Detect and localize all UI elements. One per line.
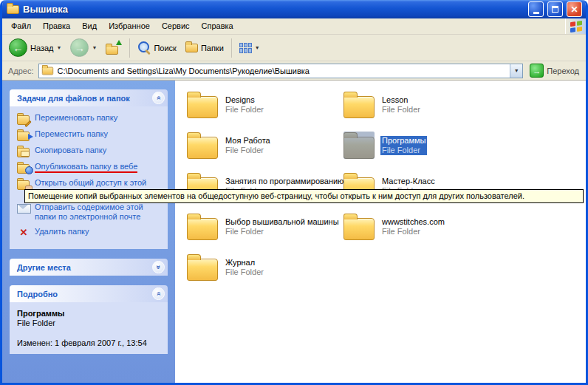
section-title: Другие места (17, 263, 71, 272)
maximize-button[interactable] (547, 1, 563, 17)
forward-dropdown-icon[interactable]: ▼ (92, 45, 97, 50)
maximize-icon (552, 6, 558, 13)
task-publish-folder-web[interactable]: Опубликовать папку в вебе (17, 162, 165, 173)
toolbar-separator (129, 38, 130, 58)
details-folder-type: File Folder (17, 318, 165, 328)
go-button[interactable]: → Переход (527, 63, 581, 78)
address-bar: Адрес: C:\Documents and Settings\Liza\My… (2, 61, 586, 81)
menu-favorites[interactable]: Избранное (103, 18, 156, 34)
address-label: Адрес: (8, 67, 34, 75)
windows-flag-icon (570, 20, 582, 32)
close-button[interactable]: ✕ (567, 1, 582, 17)
collapse-chevron-icon[interactable]: » (152, 287, 165, 300)
move-folder-icon (17, 129, 30, 140)
close-icon: ✕ (570, 5, 578, 14)
search-label: Поиск (154, 44, 176, 52)
go-label: Переход (547, 67, 579, 75)
views-dropdown-icon[interactable]: ▼ (255, 45, 260, 50)
file-item-moya-rabota[interactable]: Моя Работа File Folder (187, 134, 343, 175)
publish-folder-icon (17, 162, 30, 173)
task-rename-folder[interactable]: Переименовать папку (17, 113, 165, 124)
window-body: Задачи для файлов и папок » Переименоват… (2, 81, 586, 383)
details-header[interactable]: Подробно » (10, 285, 168, 302)
address-path[interactable]: C:\Documents and Settings\Liza\My Docume… (58, 67, 507, 75)
file-item-wwwstitches[interactable]: wwwstitches.com File Folder (343, 216, 500, 256)
task-share-folder[interactable]: Открыть общий доступ к этой (17, 178, 165, 189)
menu-bar: Файл Правка Вид Избранное Сервис Справка (2, 18, 586, 35)
menu-help[interactable]: Справка (196, 18, 239, 34)
title-bar[interactable]: Вышивка ✕ (2, 0, 586, 18)
file-list[interactable]: Designs File Folder Lesson File Folder М… (175, 81, 586, 383)
rename-folder-icon (17, 113, 30, 124)
task-move-folder[interactable]: Переместить папку (17, 129, 165, 140)
details-modified: Изменен: 1 февраля 2007 г., 13:54 (17, 338, 165, 348)
task-copy-folder[interactable]: Скопировать папку (17, 146, 165, 157)
file-item-vybor-mashiny[interactable]: Выбор вышивальной машины File Folder (187, 216, 343, 256)
windows-logo (565, 18, 586, 34)
file-item-lesson[interactable]: Lesson File Folder (343, 94, 500, 134)
file-item-designs[interactable]: Designs File Folder (187, 94, 343, 134)
tooltip-text: Помещение копий выбранных элементов на о… (28, 191, 524, 200)
folders-button[interactable]: Папки (182, 41, 228, 55)
toolbar-separator (231, 38, 232, 58)
address-folder-icon (41, 67, 52, 75)
file-item-zhurnal[interactable]: Журнал File Folder (187, 256, 343, 297)
task-email-folder[interactable]: Отправить содержимое этой папки по элект… (17, 202, 165, 222)
other-places-section: Другие места » (10, 259, 168, 276)
views-icon (239, 43, 252, 53)
menu-spacer (239, 18, 565, 34)
other-places-header[interactable]: Другие места » (10, 259, 168, 276)
folders-label: Папки (201, 44, 224, 52)
up-button[interactable] (102, 39, 126, 57)
file-folder-tasks-section: Задачи для файлов и папок » Переименоват… (10, 89, 168, 249)
menu-file[interactable]: Файл (5, 18, 37, 34)
minimize-button[interactable] (528, 1, 544, 17)
explorer-window: Вышивка ✕ Файл Правка Вид Избранное Серв… (0, 0, 588, 385)
address-dropdown-button[interactable]: ▼ (510, 64, 522, 78)
toolbar: ← Назад ▼ → ▼ Поиск Папки ▼ (2, 35, 586, 61)
tooltip: Помещение копий выбранных элементов на о… (24, 189, 584, 203)
share-folder-icon (17, 178, 30, 189)
forward-icon: → (70, 38, 89, 57)
file-item-programmy-selected[interactable]: Программы File Folder (343, 134, 500, 175)
chevron-down-icon: ▼ (514, 68, 519, 73)
folder-icon (187, 259, 218, 281)
back-button[interactable]: ← Назад ▼ (5, 36, 65, 59)
section-title: Задачи для файлов и папок (17, 94, 130, 103)
search-button[interactable]: Поиск (134, 39, 180, 57)
views-button[interactable]: ▼ (236, 41, 264, 55)
copy-folder-icon (17, 146, 30, 157)
folder-icon (187, 137, 218, 159)
folder-icon (187, 218, 218, 240)
address-combobox[interactable]: C:\Documents and Settings\Liza\My Docume… (38, 64, 524, 78)
back-dropdown-icon[interactable]: ▼ (57, 45, 62, 50)
window-folder-icon (7, 5, 19, 14)
details-body: Программы File Folder Изменен: 1 февраля… (10, 302, 168, 354)
collapse-chevron-icon[interactable]: » (152, 92, 165, 104)
file-folder-tasks-body: Переименовать папку Переместить папку Ск… (10, 106, 168, 249)
task-delete-folder[interactable]: ✕ Удалить папку (17, 227, 165, 238)
delete-folder-icon: ✕ (17, 227, 30, 238)
folders-icon (185, 44, 198, 52)
forward-button[interactable]: → ▼ (66, 36, 100, 59)
details-section: Подробно » Программы File Folder Изменен… (10, 285, 168, 354)
minimize-icon (533, 12, 539, 14)
email-folder-icon (17, 202, 30, 214)
folder-icon (187, 96, 218, 118)
menu-edit[interactable]: Правка (37, 18, 76, 34)
window-title: Вышивка (23, 4, 524, 15)
file-folder-tasks-header[interactable]: Задачи для файлов и папок » (10, 89, 168, 106)
back-icon: ← (9, 38, 27, 57)
expand-chevron-icon[interactable]: » (152, 261, 165, 273)
up-folder-icon (106, 41, 122, 55)
go-arrow-icon: → (530, 64, 544, 78)
back-label: Назад (30, 44, 54, 52)
folder-icon (343, 96, 375, 118)
search-icon (137, 41, 151, 55)
task-pane: Задачи для файлов и папок » Переименоват… (2, 81, 175, 383)
folder-icon (343, 218, 375, 240)
details-folder-name: Программы (17, 309, 165, 318)
menu-tools[interactable]: Сервис (156, 18, 196, 34)
menu-view[interactable]: Вид (76, 18, 103, 34)
folder-icon-selected (343, 137, 375, 159)
